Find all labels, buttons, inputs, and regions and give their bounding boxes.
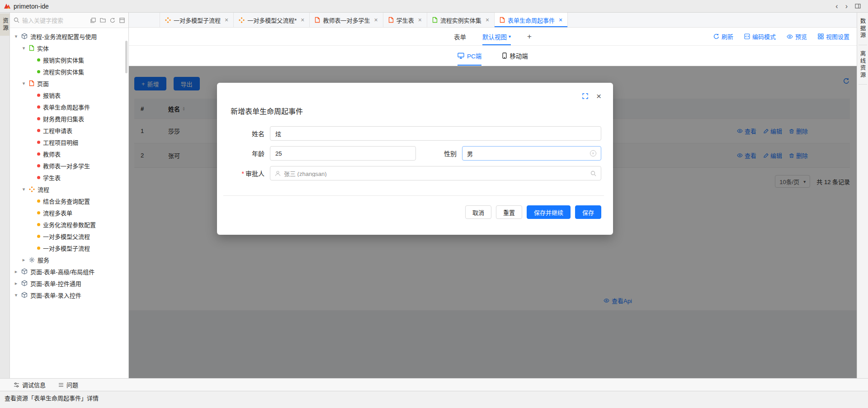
add-view-button[interactable]: + [527, 28, 532, 45]
person-icon [275, 171, 281, 176]
save-continue-button[interactable]: 保存并继续 [527, 205, 571, 219]
tree-item[interactable]: 报销表 [10, 89, 128, 101]
caret-right-icon[interactable]: ▸ [14, 280, 19, 286]
close-icon[interactable]: × [374, 16, 377, 24]
tree-item[interactable]: 教师表 [10, 148, 128, 160]
tree-item[interactable]: ▾流程-业务流程配置与使用 [10, 30, 128, 42]
cancel-button[interactable]: 取消 [465, 205, 491, 219]
editor-tab[interactable]: 表单生命周起事件× [495, 13, 568, 27]
tree-item-label: 教师表一对多学生 [43, 161, 90, 170]
tree-item-label: 报销实例实体集 [43, 56, 84, 64]
caret-right-icon[interactable]: ▸ [14, 269, 19, 275]
tree-item[interactable]: ▸服务 [10, 254, 128, 266]
mobile-view-tab[interactable]: 移动端 [502, 46, 528, 66]
refresh-icon[interactable] [110, 18, 115, 23]
tree-item[interactable]: 流程多表单 [10, 207, 128, 218]
pc-view-tab[interactable]: PC端 [458, 46, 481, 66]
approver-field[interactable] [270, 166, 601, 180]
approver-input[interactable] [284, 170, 587, 177]
age-field[interactable] [270, 146, 416, 161]
resource-dot-icon [37, 105, 40, 109]
tree-item[interactable]: ▾实体 [10, 42, 128, 54]
fullscreen-icon[interactable] [582, 93, 588, 99]
caret-down-icon[interactable]: ▾ [21, 81, 26, 86]
offline-resources-panel-tab[interactable]: 离线资源 [859, 45, 867, 85]
nav-back-icon[interactable]: ‹ [835, 3, 838, 10]
close-icon[interactable]: × [559, 16, 562, 24]
close-icon[interactable]: × [486, 16, 489, 24]
collapse-all-icon[interactable] [119, 18, 125, 23]
sidebar-scrollbar[interactable] [125, 41, 127, 73]
reset-button[interactable]: 重置 [496, 205, 522, 219]
modal-buttons: 取消 重置 保存并继续 保存 [465, 205, 601, 219]
tree-item[interactable]: ▸页面-表单-高级/布局组件 [10, 266, 128, 277]
close-icon[interactable]: × [301, 16, 304, 24]
editor-tab[interactable]: 一对多模型子流程× [160, 13, 234, 27]
tree-item[interactable]: 工程申请表 [10, 124, 128, 136]
grid-icon [818, 33, 824, 39]
tree-item-label: 教师表 [43, 150, 61, 158]
resources-panel-tab[interactable]: 资源 [0, 14, 9, 36]
tree-item[interactable]: 流程实例实体集 [10, 66, 128, 77]
default-view-tab[interactable]: 默认视图 ▾ [482, 28, 511, 45]
tree-item[interactable]: 业务化流程参数配置 [10, 218, 128, 230]
caret-down-icon[interactable]: ▾ [21, 45, 26, 51]
tree-item[interactable]: 结合业务查询配置 [10, 195, 128, 207]
tree-item[interactable]: 表单生命周起事件 [10, 101, 128, 113]
preview-action[interactable]: 预览 [787, 32, 807, 41]
age-field-row: 年龄 [222, 146, 416, 161]
nav-forward-icon[interactable]: › [845, 3, 848, 10]
caret-down-icon[interactable]: ▾ [14, 33, 19, 39]
tree-item[interactable]: 教师表一对多学生 [10, 160, 128, 171]
gender-input[interactable] [467, 150, 587, 157]
editor-tab[interactable]: 流程实例实体集× [427, 13, 495, 27]
tree-item[interactable]: ▾页面 [10, 77, 128, 89]
caret-down-icon[interactable]: ▾ [21, 186, 26, 192]
gender-field[interactable]: × [462, 146, 601, 161]
tree-item-label: 一对多模型子流程 [43, 244, 90, 252]
tree-item-label: 工程项目明细 [43, 138, 78, 147]
editor-tab[interactable]: 学生表× [383, 13, 427, 27]
caret-right-icon[interactable]: ▸ [21, 257, 26, 263]
tree-item[interactable]: ▾页面-表单-录入控件 [10, 289, 128, 301]
tree-item-label: 实体 [37, 44, 49, 52]
folder-icon[interactable] [100, 18, 106, 23]
form-tab[interactable]: 表单 [454, 28, 466, 45]
editor-tab[interactable]: 教师表一对多学生× [310, 13, 383, 27]
close-icon[interactable]: × [596, 92, 601, 100]
flow-icon [165, 17, 171, 23]
code-action[interactable]: 编码模式 [744, 32, 776, 41]
locate-file-icon[interactable] [90, 18, 96, 23]
refresh-action[interactable]: 刷新 [713, 32, 733, 41]
close-icon[interactable]: × [225, 16, 228, 24]
name-field-row: 姓名 [222, 126, 601, 141]
editor-area: 一对多模型子流程×一对多模型父流程*×教师表一对多学生×学生表×流程实例实体集×… [129, 13, 857, 378]
tree-item[interactable]: 报销实例实体集 [10, 54, 128, 66]
page-icon [29, 80, 34, 86]
editor-tab[interactable]: 一对多模型父流程*× [234, 13, 310, 27]
problems-tab[interactable]: 问题 [58, 380, 78, 389]
tree-item[interactable]: ▾流程 [10, 183, 128, 195]
bottom-panel-bar: 调试信息 问题 [0, 378, 868, 391]
search-input[interactable]: 输入关键字搜索 [22, 16, 88, 24]
save-button[interactable]: 保存 [575, 205, 601, 219]
caret-down-icon[interactable]: ▾ [14, 292, 19, 298]
resource-sidebar: 输入关键字搜索 ▾流程-业务流程配置与使用▾实体报销实例实体集流程实例实体集▾页… [10, 13, 129, 378]
list-icon [58, 383, 64, 387]
grid-action[interactable]: 视图设置 [818, 32, 849, 41]
sidebar-search-bar: 输入关键字搜索 [10, 13, 128, 28]
tree-item[interactable]: 学生表 [10, 171, 128, 183]
tree-item[interactable]: 一对多模型子流程 [10, 242, 128, 254]
close-icon[interactable]: × [418, 16, 422, 24]
datasource-panel-tab[interactable]: 数据源 [859, 13, 867, 45]
tree-item[interactable]: ▸页面-表单-控件通用 [10, 277, 128, 289]
name-field[interactable] [270, 126, 601, 141]
tree-item[interactable]: 工程项目明细 [10, 136, 128, 148]
package-icon [21, 292, 28, 298]
phone-icon [502, 52, 507, 59]
tree-item[interactable]: 财务费用归集表 [10, 113, 128, 124]
debug-info-tab[interactable]: 调试信息 [14, 380, 46, 389]
window-layout-icon[interactable] [855, 4, 861, 9]
clear-icon[interactable]: × [590, 150, 596, 157]
tree-item[interactable]: 一对多模型父流程 [10, 230, 128, 242]
